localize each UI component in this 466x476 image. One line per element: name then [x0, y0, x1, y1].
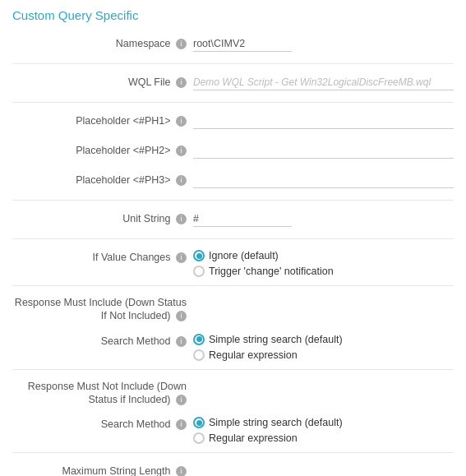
if-value-changes-info-icon[interactable]: i [176, 252, 187, 263]
response-must-not-include-option-0[interactable]: Simple string search (default) [193, 417, 454, 428]
response-must-not-include-label: Response Must Not Include (Down Status i… [12, 378, 193, 407]
response-must-include-search-label: Search Method i [12, 331, 193, 348]
placeholder2-info-icon[interactable]: i [176, 146, 187, 156]
form-section: Namespace i root\CIMV2 WQL File i Demo W… [12, 34, 454, 476]
if-value-changes-radio-0[interactable] [193, 250, 205, 261]
max-string-length-input[interactable] [193, 464, 454, 476]
wql-file-info-icon[interactable]: i [176, 77, 187, 88]
namespace-value: root\CIMV2 [193, 36, 292, 52]
unit-string-row: Unit String i # [12, 209, 454, 230]
namespace-value-area: root\CIMV2 [193, 34, 454, 52]
placeholder2-input-area[interactable] [193, 141, 454, 159]
max-string-length-input-area[interactable] [193, 461, 454, 476]
max-string-length-info-icon[interactable]: i [176, 466, 187, 476]
namespace-label: Namespace i [12, 34, 193, 50]
response-must-include-info-icon[interactable]: i [176, 311, 187, 321]
response-must-not-include-radio-0[interactable] [193, 417, 205, 428]
response-must-not-include-area [193, 378, 454, 381]
placeholder1-row: Placeholder <#PH1> i [12, 111, 454, 132]
response-must-include-option-0[interactable]: Simple string search (default) [193, 334, 454, 345]
response-must-include-radio-group: Simple string search (default) Regular e… [193, 334, 454, 361]
wql-file-placeholder: Demo WQL Script - Get Win32LogicalDiscFr… [193, 75, 454, 90]
if-value-changes-option-0[interactable]: Ignore (default) [193, 250, 454, 261]
response-must-not-include-search-label: Search Method i [12, 414, 193, 431]
unit-string-info-icon[interactable]: i [176, 214, 187, 224]
response-must-include-radio-0[interactable] [193, 334, 205, 345]
response-must-include-area [193, 294, 454, 297]
response-must-include-label-row: Response Must Include (Down Status If No… [12, 294, 454, 323]
wql-file-input-area: Demo WQL Script - Get Win32LogicalDiscFr… [193, 72, 454, 90]
placeholder1-input[interactable] [193, 113, 454, 129]
placeholder2-label: Placeholder <#PH2> i [12, 141, 193, 157]
placeholder3-info-icon[interactable]: i [176, 175, 187, 186]
namespace-info-icon[interactable]: i [176, 39, 187, 49]
wql-file-label: WQL File i [12, 72, 193, 89]
if-value-changes-option-1[interactable]: Trigger 'change' notification [193, 266, 454, 277]
placeholder3-input-area[interactable] [193, 170, 454, 188]
response-must-not-include-search-options: Simple string search (default) Regular e… [193, 414, 454, 444]
response-must-not-include-search-info-icon[interactable]: i [176, 419, 187, 430]
response-must-include-search-row: Search Method i Simple string search (de… [12, 331, 454, 361]
response-must-not-include-info-icon[interactable]: i [176, 395, 187, 405]
unit-string-label: Unit String i [12, 209, 193, 225]
placeholder3-label: Placeholder <#PH3> i [12, 170, 193, 187]
placeholder1-info-icon[interactable]: i [176, 116, 187, 127]
response-must-not-include-radio-1[interactable] [193, 432, 205, 444]
response-must-not-include-label-row: Response Must Not Include (Down Status i… [12, 378, 454, 407]
response-must-include-label: Response Must Include (Down Status If No… [12, 294, 193, 323]
response-must-not-include-radio-group: Simple string search (default) Regular e… [193, 417, 454, 444]
wql-file-row: WQL File i Demo WQL Script - Get Win32Lo… [12, 72, 454, 94]
placeholder2-row: Placeholder <#PH2> i [12, 141, 454, 162]
unit-string-value: # [193, 211, 292, 227]
response-must-not-include-option-1[interactable]: Regular expression [193, 432, 454, 444]
response-must-include-radio-1[interactable] [193, 349, 205, 361]
if-value-changes-label: If Value Changes i [12, 247, 193, 264]
if-value-changes-options: Ignore (default) Trigger 'change' notifi… [193, 247, 454, 277]
placeholder3-input[interactable] [193, 173, 454, 188]
if-value-changes-radio-group: Ignore (default) Trigger 'change' notifi… [193, 250, 454, 277]
placeholder2-input[interactable] [193, 143, 454, 159]
if-value-changes-radio-1[interactable] [193, 266, 205, 277]
page-title: Custom Query Specific [12, 8, 454, 22]
response-must-not-include-search-row: Search Method i Simple string search (de… [12, 414, 454, 444]
response-must-include-option-1[interactable]: Regular expression [193, 349, 454, 361]
if-value-changes-row: If Value Changes i Ignore (default) Trig… [12, 247, 454, 277]
placeholder3-row: Placeholder <#PH3> i [12, 170, 454, 192]
response-must-include-search-options: Simple string search (default) Regular e… [193, 331, 454, 361]
placeholder1-label: Placeholder <#PH1> i [12, 111, 193, 127]
max-string-length-row: Maximum String Length i [12, 461, 454, 476]
placeholder1-input-area[interactable] [193, 111, 454, 129]
max-string-length-label: Maximum String Length i [12, 461, 193, 476]
unit-string-value-area: # [193, 209, 454, 227]
response-must-include-search-info-icon[interactable]: i [176, 336, 187, 347]
namespace-row: Namespace i root\CIMV2 [12, 34, 454, 55]
